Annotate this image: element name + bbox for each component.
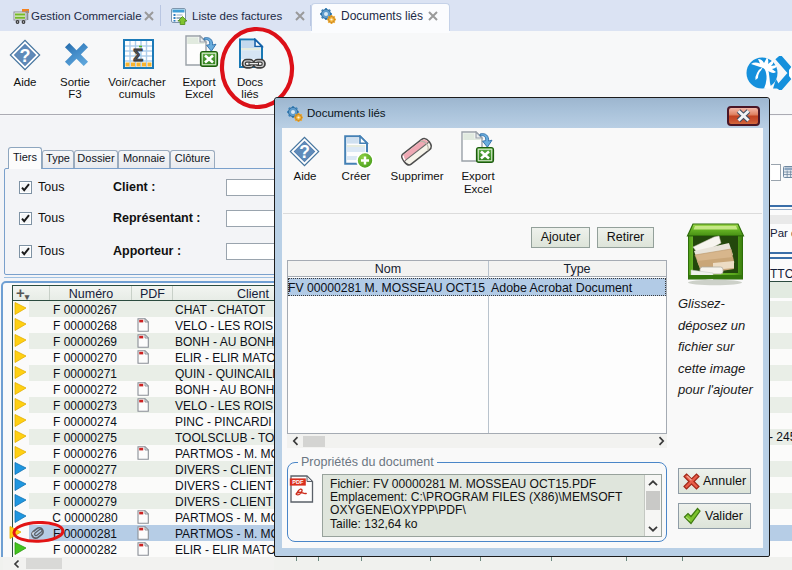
svg-text:Σ: Σ bbox=[133, 46, 143, 65]
svg-text:?: ? bbox=[20, 46, 31, 66]
svg-text:PDF: PDF bbox=[292, 479, 304, 485]
svg-text:?: ? bbox=[299, 142, 310, 162]
